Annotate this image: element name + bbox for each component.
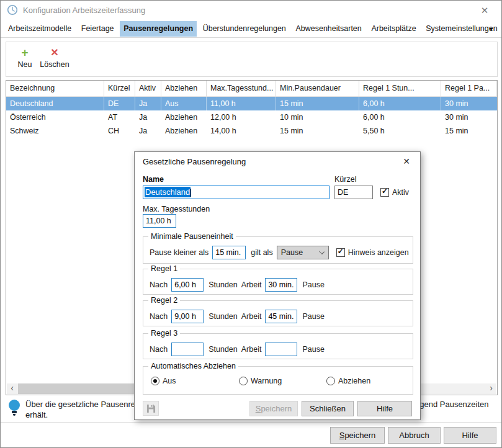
- col-min-pausendauer[interactable]: Min.Pausendauer: [276, 81, 359, 97]
- table-cell: Österreich: [6, 110, 104, 124]
- tab-ueberstundenregelungen[interactable]: Überstundenregelungen: [199, 21, 290, 37]
- min-pause-input[interactable]: [212, 246, 246, 259]
- toolbar: + Neu ✕ Löschen: [6, 42, 498, 77]
- table-cell: 10 min: [276, 110, 359, 124]
- min-group-title: Minimale Pauseneinheit: [148, 232, 236, 241]
- stunden-label: Stunden: [208, 280, 238, 289]
- text-caret: [190, 189, 191, 197]
- name-input-selected-text: Deutschland: [145, 187, 190, 197]
- table-row[interactable]: Schweiz CH Ja Abziehen 14,00 h 15 min 5,…: [6, 124, 497, 138]
- close-icon[interactable]: ✕: [477, 4, 493, 17]
- table-header: Bezeichnung Kürzel Aktiv Abziehen Max.Ta…: [6, 81, 497, 97]
- col-kuerzel[interactable]: Kürzel: [104, 81, 135, 97]
- min-pauseneinheit-group: Minimale Pauseneinheit Pause kleiner als…: [143, 236, 413, 264]
- radio-aus[interactable]: Aus: [151, 377, 176, 385]
- dialog-hilfe-button[interactable]: Hilfe: [357, 401, 412, 416]
- radio-selected-icon: [151, 377, 159, 385]
- loeschen-label: Löschen: [38, 60, 71, 69]
- lightbulb-icon: [9, 400, 20, 416]
- chevron-down-icon: [319, 249, 325, 254]
- col-max-tagesstunden[interactable]: Max.Tagesstund...: [207, 81, 276, 97]
- pause-label: Pause: [302, 312, 324, 321]
- tab-arbeitsplaetze[interactable]: Arbeitsplätze: [367, 21, 419, 37]
- loeschen-button[interactable]: ✕ Löschen: [38, 46, 71, 69]
- tab-overflow-icon[interactable]: ▼: [488, 26, 494, 32]
- table-row[interactable]: Deutschland DE Ja Aus 11,00 h 15 min 6,0…: [6, 97, 497, 110]
- gilt-als-select[interactable]: Pause: [277, 246, 329, 259]
- table-cell: 15 min: [276, 124, 359, 138]
- table-row[interactable]: Österreich AT Ja Abziehen 12,00 h 10 min…: [6, 110, 497, 124]
- title-bar: Konfiguration Arbeitszeiterfassung ✕: [1, 1, 501, 19]
- max-tagesstunden-label: Max. Tagesstunden: [143, 205, 210, 213]
- scroll-left-icon[interactable]: ‹: [7, 383, 17, 394]
- tab-pausenregelungen[interactable]: Pausenregelungen: [120, 21, 197, 37]
- gilt-als-label: gilt als: [251, 248, 272, 257]
- nach-label: Nach: [150, 280, 168, 289]
- kuerzel-input[interactable]: [334, 186, 373, 199]
- neu-button[interactable]: + Neu: [14, 46, 36, 69]
- name-label: Name: [143, 175, 164, 184]
- info-text-line2: erhält.: [25, 410, 48, 419]
- radio-icon: [326, 377, 335, 385]
- tab-abwesenheitsarten[interactable]: Abwesenheitsarten: [292, 21, 365, 37]
- table-cell: 11,00 h: [207, 97, 276, 110]
- col-bezeichnung[interactable]: Bezeichnung: [6, 81, 104, 97]
- stunden-label: Stunden: [208, 345, 238, 354]
- dialog-speichern-button: Speichern: [249, 401, 298, 416]
- regel1-stunden-input[interactable]: [171, 278, 204, 292]
- regel1-pause-input[interactable]: [265, 278, 297, 292]
- pausenregelung-dialog: Gesetzliche Pausenregelung ✕ Name Kürzel…: [134, 151, 421, 420]
- nach-label: Nach: [150, 312, 168, 321]
- tab-feiertage[interactable]: Feiertage: [78, 21, 118, 37]
- radio-warnung[interactable]: Warnung: [239, 377, 282, 385]
- col-regel1-pause[interactable]: Regel 1 Pa...: [441, 81, 497, 97]
- table-cell: 6,00 h: [359, 110, 441, 124]
- table-cell: Ja: [135, 97, 161, 110]
- footer-separator: [1, 422, 501, 423]
- radio-icon: [239, 377, 248, 385]
- save-icon-button[interactable]: [143, 401, 159, 416]
- table-cell: Aus: [161, 97, 207, 110]
- table-cell: 14,00 h: [207, 124, 276, 138]
- regel2-title: Regel 2: [148, 296, 180, 305]
- abbruch-button[interactable]: Abbruch: [388, 427, 441, 444]
- hilfe-button[interactable]: Hilfe: [444, 427, 496, 444]
- tab-arbeitszeitmodelle[interactable]: Arbeitszeitmodelle: [4, 21, 75, 37]
- info-text-line1-right: ügend Pausenzeiten: [415, 400, 489, 409]
- regel3-pause-input[interactable]: [265, 343, 297, 356]
- scroll-right-icon[interactable]: ›: [486, 383, 496, 394]
- hinweis-checkbox[interactable]: ✓: [336, 248, 345, 257]
- aktiv-label: Aktiv: [392, 188, 409, 197]
- arbeit-label: Arbeit: [241, 280, 262, 289]
- name-input[interactable]: Deutschland: [143, 186, 329, 199]
- table-cell: 15 min: [276, 97, 359, 110]
- table-cell: Ja: [135, 124, 161, 138]
- dialog-schliessen-button[interactable]: Schließen: [302, 401, 354, 416]
- dialog-close-icon[interactable]: ✕: [399, 155, 414, 168]
- delete-x-icon: ✕: [38, 46, 71, 60]
- table-cell: 6,00 h: [359, 97, 441, 110]
- window-title: Konfiguration Arbeitszeiterfassung: [23, 6, 145, 15]
- arbeit-label: Arbeit: [241, 345, 262, 354]
- regel3-stunden-input[interactable]: [171, 343, 204, 356]
- aktiv-checkbox[interactable]: ✓Aktiv: [380, 187, 409, 197]
- nach-label: Nach: [150, 345, 168, 354]
- table-cell: 30 min: [441, 110, 497, 124]
- regel1-group: Regel 1 Nach Stunden Arbeit Pause: [143, 269, 413, 295]
- footer-buttons: Speichern Abbruch Hilfe: [330, 427, 496, 444]
- col-regel1-stunden[interactable]: Regel 1 Stun...: [359, 81, 441, 97]
- plus-icon: +: [14, 46, 36, 60]
- col-abziehen[interactable]: Abziehen: [161, 81, 207, 97]
- checkbox-checked-icon: ✓: [336, 248, 345, 257]
- radio-abziehen[interactable]: Abziehen: [326, 377, 370, 385]
- col-aktiv[interactable]: Aktiv: [135, 81, 161, 97]
- table-cell: Ja: [135, 110, 161, 124]
- regel2-stunden-input[interactable]: [171, 310, 204, 323]
- max-tagesstunden-input[interactable]: [143, 214, 176, 228]
- tab-bar: Arbeitszeitmodelle Feiertage Pausenregel…: [1, 20, 501, 38]
- app-window: Konfiguration Arbeitszeiterfassung ✕ Arb…: [0, 0, 502, 448]
- floppy-disk-icon: [146, 404, 156, 413]
- regel2-pause-input[interactable]: [265, 310, 297, 323]
- speichern-button[interactable]: Speichern: [330, 427, 385, 444]
- dialog-title: Gesetzliche Pausenregelung: [143, 157, 246, 166]
